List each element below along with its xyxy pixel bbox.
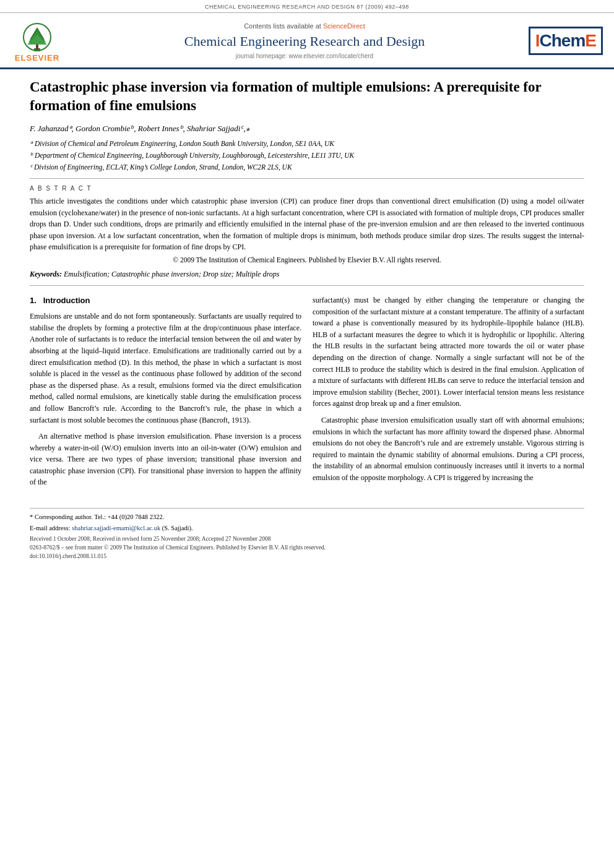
journal-homepage: journal homepage: www.elsevier.com/locat… [80, 53, 529, 59]
journal-citation: Chemical Engineering Research and Design… [0, 0, 614, 13]
journal-title-area: Contents lists available at ScienceDirec… [74, 22, 535, 59]
footer-area: * Corresponding author. Tel.: +44 (0)20 … [30, 508, 584, 561]
footnote-doi: doi:10.1016/j.cherd.2008.11.015 [30, 552, 584, 561]
footnote-email-suffix: (S. Sajjadi). [162, 525, 193, 531]
article-title: Catastrophic phase inversion via formati… [30, 78, 584, 115]
abstract-text: This article investigates the conditions… [30, 196, 584, 253]
column-right: surfactant(s) must be changed by either … [313, 294, 584, 493]
keywords-label: Keywords: [30, 270, 62, 278]
divider-1 [30, 178, 584, 179]
body-columns: 1. Introduction Emulsions are unstable a… [30, 294, 584, 493]
section1-title: Introduction [43, 296, 90, 305]
elsevier-logo-area: ELSEVIER [6, 19, 74, 62]
column-left: 1. Introduction Emulsions are unstable a… [30, 294, 301, 493]
authors: F. Jahanzadᵃ, Gordon Crombieᵇ, Robert In… [30, 124, 250, 133]
journal-citation-text: Chemical Engineering Research and Design… [205, 4, 409, 10]
keywords-line: Keywords: Emulsification; Catastrophic p… [30, 270, 584, 279]
ichem-logo-area: IChemE [535, 27, 603, 55]
journal-header: ELSEVIER Contents lists available at Sci… [0, 13, 614, 69]
affiliation-c: ᶜ Division of Engineering, ECLAT, King’s… [30, 162, 584, 172]
footnote-email-label: E-mail address: [30, 525, 71, 531]
section1-header: 1. Introduction [30, 294, 301, 307]
contents-line: Contents lists available at ScienceDirec… [80, 22, 529, 30]
body-para-2: An alternative method is phase inversion… [30, 431, 301, 488]
keywords-text: Emulsification; Catastrophic phase inver… [64, 270, 279, 278]
abstract-section: A B S T R A C T This article investigate… [30, 185, 584, 264]
ichem-logo: IChemE [529, 27, 603, 55]
section1-number: 1. [30, 296, 37, 305]
sciencedirect-link[interactable]: ScienceDirect [323, 22, 365, 30]
body-para-3: surfactant(s) must be changed by either … [313, 294, 584, 410]
affiliation-a: ᵃ Division of Chemical and Petroleum Eng… [30, 139, 584, 148]
footnote-rights: 0263-8762/$ – see front matter © 2009 Th… [30, 543, 584, 552]
abstract-header: A B S T R A C T [30, 185, 584, 192]
footnote-email-line: E-mail address: shahriar.sajjadi-emami@k… [30, 523, 584, 533]
authors-line: F. Jahanzadᵃ, Gordon Crombieᵇ, Robert In… [30, 124, 584, 134]
footnote-received: Received 1 October 2008; Received in rev… [30, 535, 584, 543]
elsevier-logo: ELSEVIER [6, 19, 68, 62]
elsevier-text: ELSEVIER [15, 53, 59, 62]
footnote-corresponding: * Corresponding author. Tel.: +44 (0)20 … [30, 512, 584, 522]
body-para-1: Emulsions are unstable and do not form s… [30, 311, 301, 426]
article-content: Catastrophic phase inversion via formati… [0, 69, 614, 499]
svg-rect-1 [36, 45, 38, 49]
elsevier-tree-icon [19, 22, 56, 52]
page: Chemical Engineering Research and Design… [0, 0, 614, 868]
divider-2 [30, 285, 584, 286]
body-para-4: Catastrophic phase inversion emulsificat… [313, 415, 584, 484]
journal-title: Chemical Engineering Research and Design [80, 33, 529, 49]
affiliation-b: ᵇ Department of Chemical Engineering, Lo… [30, 150, 584, 160]
footnote-email-link[interactable]: shahriar.sajjadi-emami@kcl.ac.uk [72, 525, 160, 531]
abstract-copyright: © 2009 The Institution of Chemical Engin… [30, 256, 584, 264]
